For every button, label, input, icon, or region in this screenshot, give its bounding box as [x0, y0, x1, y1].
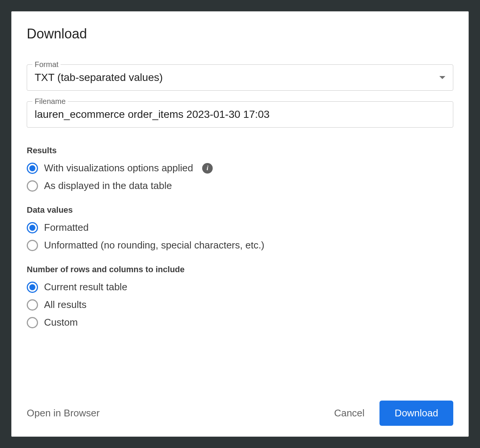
dialog-title: Download — [27, 26, 453, 42]
dialog-footer: Open in Browser Cancel Download — [27, 386, 453, 426]
results-section-label: Results — [27, 146, 453, 155]
format-select[interactable]: Format TXT (tab-separated values) — [27, 64, 453, 91]
radio-label: All results — [44, 299, 87, 311]
download-dialog: Download Format TXT (tab-separated value… — [11, 11, 469, 437]
info-icon[interactable]: i — [202, 163, 213, 174]
radio-data-unformatted[interactable]: Unformatted (no rounding, special charac… — [27, 239, 453, 251]
radio-label: Unformatted (no rounding, special charac… — [44, 239, 264, 251]
radio-data-formatted[interactable]: Formatted — [27, 222, 453, 233]
radio-button-icon — [27, 299, 38, 311]
filename-label: Filename — [32, 97, 68, 106]
radio-button-icon — [27, 163, 38, 174]
radio-results-with-viz[interactable]: With visualizations options applied i — [27, 162, 453, 174]
radio-label: With visualizations options applied — [44, 162, 193, 174]
radio-button-icon — [27, 180, 38, 192]
radio-button-icon — [27, 282, 38, 293]
filename-field-container: Filename — [27, 101, 453, 128]
format-value: TXT (tab-separated values) — [35, 72, 163, 84]
radio-label: Current result table — [44, 281, 127, 293]
radio-label: Custom — [44, 317, 78, 328]
radio-label: Formatted — [44, 222, 89, 233]
radio-label: As displayed in the data table — [44, 180, 172, 192]
radio-rows-custom[interactable]: Custom — [27, 317, 453, 328]
radio-results-as-displayed[interactable]: As displayed in the data table — [27, 180, 453, 192]
format-label: Format — [32, 60, 61, 69]
radio-button-icon — [27, 317, 38, 328]
radio-button-icon — [27, 222, 38, 233]
rows-cols-section-label: Number of rows and columns to include — [27, 265, 453, 274]
open-in-browser-button[interactable]: Open in Browser — [27, 407, 100, 419]
download-button[interactable]: Download — [379, 401, 453, 426]
chevron-down-icon — [439, 76, 445, 79]
cancel-button[interactable]: Cancel — [334, 407, 364, 419]
data-values-section-label: Data values — [27, 205, 453, 215]
filename-input[interactable] — [35, 108, 445, 120]
radio-rows-all[interactable]: All results — [27, 299, 453, 311]
radio-rows-current[interactable]: Current result table — [27, 281, 453, 293]
radio-button-icon — [27, 240, 38, 251]
